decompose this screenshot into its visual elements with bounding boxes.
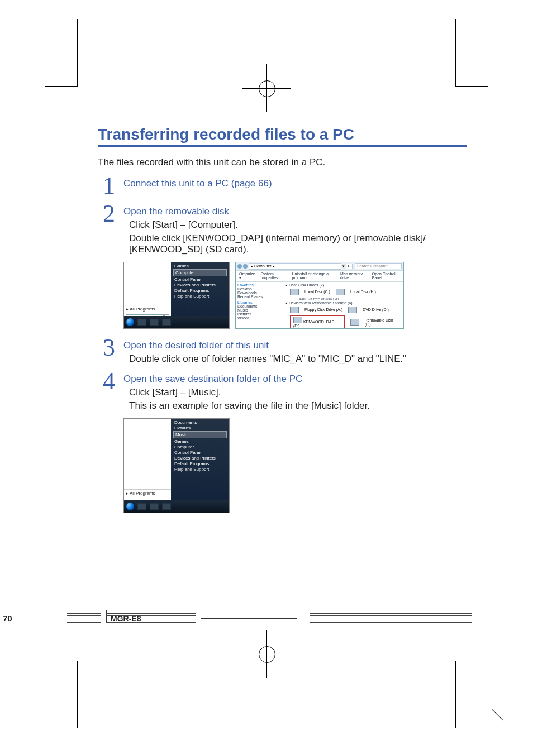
start-orb-icon: [126, 318, 134, 326]
highlighted-drive: KENWOOD_DAP (E:): [290, 315, 345, 329]
step-number: 3: [98, 337, 120, 359]
explorer-toolbar: Organize ▾ System properties Uninstall o…: [236, 271, 403, 282]
start-item-music: Music: [173, 431, 227, 438]
page-footer: MGR-E8 70: [67, 612, 472, 628]
taskbar-item: [137, 319, 146, 326]
separator: • • • • • • • • • • • • • • • • • • • • …: [98, 366, 467, 368]
separator: • • • • • • • • • • • • • • • • • • • • …: [98, 332, 467, 334]
separator: • • • • • • • • • • • • • • • • • • • • …: [98, 170, 467, 173]
step-1: 1 Connect this unit to a PC (page 66): [98, 175, 467, 197]
step-text: Double click one of folder names "MIC_A"…: [123, 353, 406, 365]
intro-text: The files recorded with this unit can be…: [98, 157, 467, 168]
registration-mark: [254, 75, 279, 101]
step-number: 4: [98, 370, 120, 393]
step-text: Click [Start] – [Computer].: [123, 219, 467, 231]
drive-icon: [290, 307, 299, 313]
step-number: 2: [98, 203, 120, 225]
explorer-search: Search Computer: [355, 263, 402, 269]
taskbar-item: [150, 319, 159, 326]
taskbar-item: [150, 503, 159, 510]
nav-back-icon: [237, 264, 242, 269]
page-number: 70: [3, 614, 533, 756]
step-heading: Connect this unit to a PC (page 66): [123, 178, 272, 189]
step-heading: Open the removable disk: [123, 206, 467, 217]
taskbar-item: [162, 503, 171, 510]
separator: • • • • • • • • • • • • • • • • • • • • …: [98, 198, 467, 200]
drive-icon: [293, 317, 302, 323]
drive-icon: [290, 289, 299, 295]
explorer-screenshot: ▸ Computer ▸ ▾ ↻ Search Computer Organiz…: [235, 262, 404, 329]
crop-mark: [455, 19, 488, 87]
taskbar-item: [137, 503, 146, 510]
crop-mark: [45, 19, 78, 87]
drive-icon: [350, 319, 359, 326]
drive-icon: [336, 289, 345, 295]
start-item-computer: Computer: [173, 269, 227, 276]
step-3: 3 Open the desired folder of this unit D…: [98, 337, 467, 365]
step-number: 1: [98, 175, 120, 197]
step-text: Click [Start] – [Music].: [123, 387, 370, 398]
step-heading: Open the save destination folder of the …: [123, 374, 370, 385]
start-menu-screenshot: All Programs Search programs and files 🔍…: [123, 418, 230, 513]
start-orb-icon: [126, 503, 134, 510]
explorer-sidebar: Favorites Desktop Downloads Recent Place…: [236, 282, 282, 329]
step-text: Double click [KENWOOD_DAP] (internal mem…: [123, 233, 467, 255]
taskbar-item: [162, 319, 171, 326]
drive-icon: [348, 307, 357, 313]
explorer-content: ▴ Hard Disk Drives (2) Local Disk (C:) L…: [282, 282, 403, 329]
page-title: Transferring recorded files to a PC: [98, 126, 467, 147]
step-4: 4 Open the save destination folder of th…: [98, 370, 467, 412]
start-menu-screenshot: All Programs Search programs and files 🔍…: [123, 262, 230, 329]
step-2: 2 Open the removable disk Click [Start] …: [98, 203, 467, 255]
taskbar: [124, 500, 229, 513]
step-text: This is an example for saving the file i…: [123, 400, 370, 412]
nav-forward-icon: [243, 264, 248, 269]
all-programs: All Programs: [124, 305, 171, 313]
figure-step2: All Programs Search programs and files 🔍…: [123, 262, 467, 329]
figure-step4: All Programs Search programs and files 🔍…: [123, 418, 467, 513]
address-bar: ▸ Computer ▸: [249, 263, 341, 270]
step-heading: Open the desired folder of this unit: [123, 340, 406, 351]
all-programs: All Programs: [124, 489, 171, 497]
taskbar: [124, 316, 229, 328]
